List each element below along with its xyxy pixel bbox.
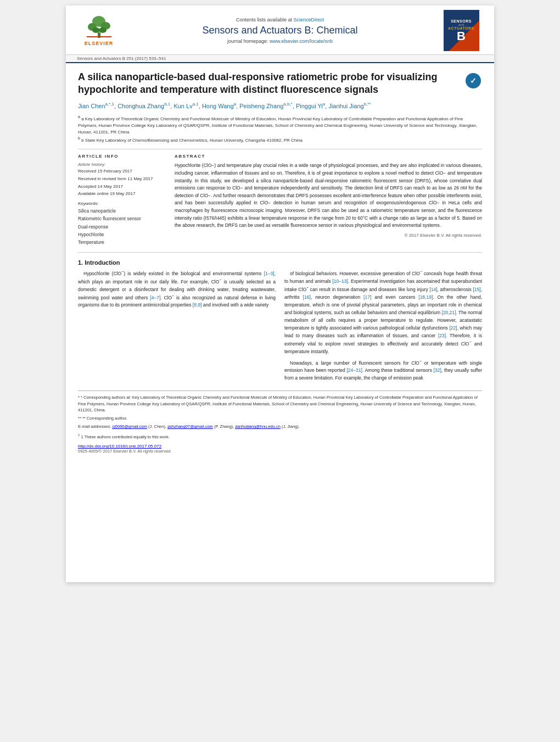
introduction-section: Hypochlorite (ClO−) is widely existed in… <box>78 269 482 386</box>
email-jianhui-name: (J. Jiang). <box>282 424 300 429</box>
homepage-link[interactable]: www.elsevier.com/locate/snb <box>270 38 333 44</box>
affil-b: b b State Key Laboratory of Chemo/Biosen… <box>78 136 482 144</box>
author-chonghua-zhang: Chonghua Zhang <box>117 102 164 109</box>
doi-link[interactable]: http://dx.doi.org/10.1016/j.snb.2017.05.… <box>78 444 161 449</box>
footnote-starstar: ** ** Corresponding author. <box>78 415 482 421</box>
footnotes: * * Corresponding authors at: Key Labora… <box>78 390 482 439</box>
crossmark-area: ✓ <box>464 72 482 92</box>
accepted-date: Accepted 14 May 2017 <box>78 183 166 191</box>
title-section: A silica nanoparticle-based dual-respons… <box>78 71 482 97</box>
revised-date: Received in revised form 11 May 2017 <box>78 175 166 183</box>
affil-a: a a Key Laboratory of Theoretical Organi… <box>78 114 482 136</box>
intro-col-right: of biological behaviors. However, excess… <box>284 269 482 386</box>
journal-homepage: journal homepage: www.elsevier.com/locat… <box>227 38 333 44</box>
section-divider-1 <box>78 149 482 149</box>
intro-para-1: Hypochlorite (ClO−) is widely existed in… <box>78 269 276 309</box>
email-jianhui-jiang[interactable]: jianhuijiang@hnu.edu.cn <box>236 424 281 429</box>
citation-bar: Sensors and Actuators B 251 (2017) 533–5… <box>66 55 494 63</box>
journal-badge: SENSORS and AcTuators B <box>444 10 479 51</box>
email-peisheng-zhang[interactable]: pshzhang07@gmail.com <box>167 424 213 429</box>
author-hong-wang: Hong Wang <box>202 102 234 109</box>
author-kun-lv: Kun Lv <box>173 102 192 109</box>
author-jianhui-jiang: Jianhui Jiang <box>328 102 363 109</box>
elsevier-text: ELSEVIER <box>85 41 114 46</box>
email-jian-chen[interactable]: cj0066@gmail.com <box>112 424 147 429</box>
keyword-1: Silica nanoparticle <box>78 207 166 215</box>
email-jian-chen-name: (J. Chen), <box>148 424 166 429</box>
keywords-label: Keywords: <box>78 201 166 206</box>
article-title: A silica nanoparticle-based dual-respons… <box>78 71 460 97</box>
author-peisheng-zhang: Peisheng Zhang <box>239 102 283 109</box>
svg-point-4 <box>92 27 100 33</box>
badge-b-text: B <box>457 30 466 42</box>
crossmark-icon: ✓ <box>464 72 482 90</box>
sciencedirect-label: Contents lists available at ScienceDirec… <box>236 17 324 23</box>
authors-line: Jian Chena,*,1, Chonghua Zhangb,1, Kun L… <box>78 101 482 111</box>
badge-sensors-text: SENSORS <box>451 19 472 23</box>
keyword-2: Ratiometric fluorescent sensor <box>78 215 166 222</box>
journal-badge-area: SENSORS and AcTuators B <box>439 10 483 51</box>
article-info-heading: ARTICLE INFO <box>78 154 166 159</box>
article-page: ELSEVIER Contents lists available at Sci… <box>66 5 494 582</box>
abstract-col: ABSTRACT Hypochlorite (ClO−) and tempera… <box>175 154 482 247</box>
elsevier-tree-icon <box>84 15 114 40</box>
keyword-5: Temperature <box>78 238 166 246</box>
footnote-emails: E-mail addresses: cj0066@gmail.com (J. C… <box>78 423 482 429</box>
received-date: Received 15 February 2017 <box>78 168 166 175</box>
keywords-list: Silica nanoparticle Ratiometric fluoresc… <box>78 207 166 247</box>
intro-para-2: of biological behaviors. However, excess… <box>284 269 482 355</box>
introduction-heading: 1. Introduction <box>78 259 482 266</box>
journal-header: ELSEVIER Contents lists available at Sci… <box>66 5 494 55</box>
email-peisheng-name: (P. Zhang), <box>214 424 234 429</box>
affiliations: a a Key Laboratory of Theoretical Organi… <box>78 114 482 143</box>
journal-title: Sensors and Actuators B: Chemical <box>202 25 357 36</box>
intro-col-left: Hypochlorite (ClO−) is widely existed in… <box>78 269 276 386</box>
footnote-equal-contrib: 1 1 These authors contributed equally to… <box>78 432 482 440</box>
history-label: Article history: <box>78 162 166 167</box>
elsevier-logo: ELSEVIER <box>84 15 114 46</box>
svg-point-5 <box>99 27 107 33</box>
article-body: A silica nanoparticle-based dual-respons… <box>66 63 494 461</box>
abstract-text: Hypochlorite (ClO−) and temperature play… <box>175 162 482 229</box>
elsevier-logo-area: ELSEVIER <box>77 10 121 51</box>
svg-text:✓: ✓ <box>470 76 477 85</box>
section-divider-2 <box>78 252 482 253</box>
citation-text: Sensors and Actuators B 251 (2017) 533–5… <box>77 56 166 61</box>
author-pinggui-yi: Pinggui Yi <box>296 102 323 109</box>
available-date: Available online 19 May 2017 <box>78 190 166 198</box>
author-jian-chen: Jian Chen <box>78 102 105 109</box>
keyword-4: Hypochlorite <box>78 231 166 238</box>
footnote-star: * * Corresponding authors at: Key Labora… <box>78 394 482 413</box>
info-abstract-section: ARTICLE INFO Article history: Received 1… <box>78 154 482 247</box>
keyword-3: Dual-response <box>78 223 166 231</box>
abstract-heading: ABSTRACT <box>175 154 482 159</box>
intro-para-3: Nowadays, a large number of fluorescent … <box>284 359 482 382</box>
copyright-line: © 2017 Elsevier B.V. All rights reserved… <box>175 233 482 238</box>
article-info-col: ARTICLE INFO Article history: Received 1… <box>78 154 166 247</box>
article-dates: Received 15 February 2017 Received in re… <box>78 168 166 197</box>
journal-info-center: Contents lists available at ScienceDirec… <box>121 10 439 51</box>
issn-line: 0925-4005/© 2017 Elsevier B.V. All right… <box>78 449 482 454</box>
sciencedirect-link[interactable]: ScienceDirect <box>294 17 324 23</box>
doi-line: http://dx.doi.org/10.1016/j.snb.2017.05.… <box>78 444 482 449</box>
